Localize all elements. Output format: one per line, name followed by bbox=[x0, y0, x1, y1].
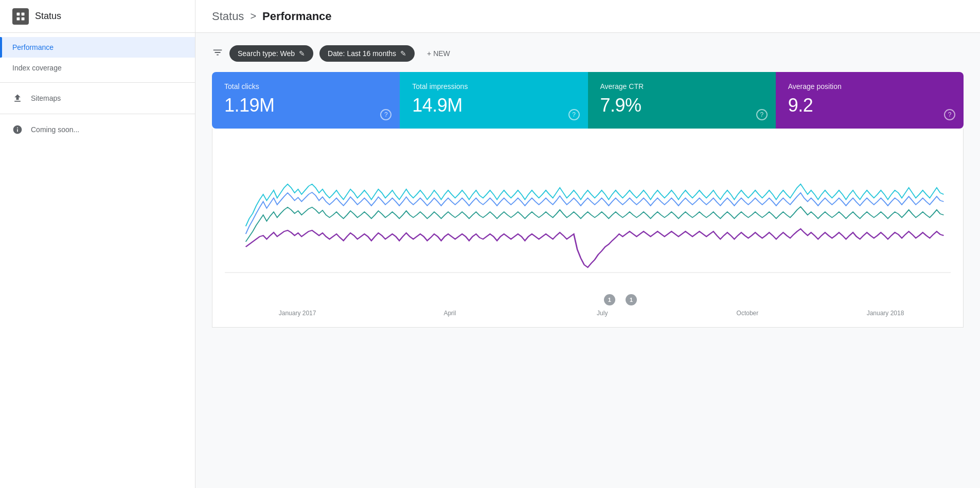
breadcrumb-separator: > bbox=[250, 10, 256, 22]
metric-average-ctr[interactable]: Average CTR 7.9% ? bbox=[588, 72, 776, 129]
metric-average-position[interactable]: Average position 9.2 ? bbox=[776, 72, 964, 129]
main-header: Status > Performance bbox=[195, 0, 980, 33]
search-type-filter[interactable]: Search type: Web ✎ bbox=[229, 45, 313, 62]
svg-rect-0 bbox=[17, 12, 20, 15]
metric-impressions-help[interactable]: ? bbox=[568, 109, 580, 120]
breadcrumb-parent: Status bbox=[212, 10, 244, 23]
svg-rect-3 bbox=[22, 17, 25, 20]
breadcrumb-current: Performance bbox=[262, 10, 332, 23]
metric-total-impressions[interactable]: Total impressions 14.9M ? bbox=[400, 72, 587, 129]
svg-rect-2 bbox=[17, 17, 20, 20]
x-label-october: October bbox=[737, 310, 759, 317]
search-type-edit-icon: ✎ bbox=[299, 49, 305, 58]
sidebar-item-index-coverage[interactable]: Index coverage bbox=[0, 58, 195, 78]
metric-impressions-label: Total impressions bbox=[412, 82, 575, 91]
metric-position-help[interactable]: ? bbox=[944, 109, 955, 120]
upload-icon bbox=[12, 93, 23, 103]
x-axis-container: 1 1 January 2017 April July October Janu… bbox=[225, 293, 951, 319]
metric-clicks-label: Total clicks bbox=[224, 82, 387, 91]
info-icon bbox=[12, 124, 23, 135]
svg-rect-1 bbox=[22, 12, 25, 15]
sidebar-title: Status bbox=[35, 11, 61, 22]
breadcrumb: Status > Performance bbox=[212, 10, 332, 23]
sidebar: Status Performance Index coverage Sitema… bbox=[0, 0, 195, 488]
metric-ctr-help[interactable]: ? bbox=[756, 109, 768, 120]
metric-total-clicks[interactable]: Total clicks 1.19M ? bbox=[212, 72, 400, 129]
metric-clicks-help[interactable]: ? bbox=[380, 109, 391, 120]
filter-bar: Search type: Web ✎ Date: Last 16 months … bbox=[212, 45, 964, 62]
x-label-jan2018: January 2018 bbox=[867, 310, 904, 317]
sidebar-divider-1 bbox=[0, 82, 195, 83]
chart-container: 1 1 January 2017 April July October Janu… bbox=[212, 129, 964, 328]
date-label: Date: Last 16 months bbox=[328, 49, 396, 58]
x-label-april: April bbox=[443, 310, 456, 317]
metric-ctr-value: 7.9% bbox=[600, 95, 763, 116]
filter-icon[interactable] bbox=[212, 47, 223, 61]
x-label-jan2017: January 2017 bbox=[279, 310, 316, 317]
main-content-area: Status > Performance Search type: Web ✎ … bbox=[195, 0, 980, 488]
sidebar-item-sitemaps[interactable]: Sitemaps bbox=[0, 87, 195, 110]
sidebar-divider-2 bbox=[0, 114, 195, 114]
new-button[interactable]: + NEW bbox=[421, 45, 456, 62]
sidebar-item-coming-soon[interactable]: Coming soon... bbox=[0, 118, 195, 141]
annotation-2: 1 bbox=[626, 294, 637, 305]
metric-position-value: 9.2 bbox=[788, 95, 951, 116]
new-label: + NEW bbox=[427, 49, 450, 58]
date-edit-icon: ✎ bbox=[400, 49, 406, 58]
sidebar-logo-icon bbox=[12, 8, 29, 25]
sidebar-navigation: Performance Index coverage Sitemaps bbox=[0, 33, 195, 145]
chart-area bbox=[225, 139, 951, 293]
annotation-1: 1 bbox=[604, 294, 615, 305]
search-type-label: Search type: Web bbox=[238, 49, 295, 58]
sidebar-header: Status bbox=[0, 0, 195, 33]
sidebar-item-performance[interactable]: Performance bbox=[0, 37, 195, 58]
performance-chart bbox=[225, 139, 951, 288]
date-filter[interactable]: Date: Last 16 months ✎ bbox=[319, 45, 415, 62]
metric-position-label: Average position bbox=[788, 82, 951, 91]
metric-clicks-value: 1.19M bbox=[224, 95, 387, 116]
x-label-july: July bbox=[597, 310, 608, 317]
metric-impressions-value: 14.9M bbox=[412, 95, 575, 116]
main-body: Search type: Web ✎ Date: Last 16 months … bbox=[195, 33, 980, 488]
metrics-row: Total clicks 1.19M ? Total impressions 1… bbox=[212, 72, 964, 129]
metric-ctr-label: Average CTR bbox=[600, 82, 763, 91]
